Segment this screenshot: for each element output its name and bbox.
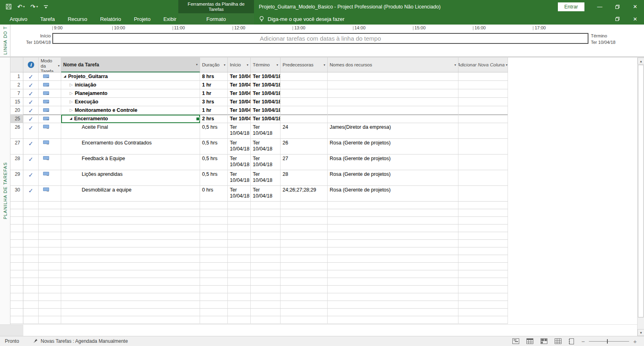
task-finish-cell[interactable]: Ter 10/04/18 [251, 89, 281, 98]
task-predecessors-cell[interactable] [281, 115, 328, 123]
expand-expander-icon[interactable]: ▷ [70, 108, 73, 112]
empty-cell[interactable] [228, 224, 251, 232]
empty-cell[interactable] [23, 202, 39, 209]
empty-cell[interactable] [23, 309, 39, 316]
timeline-band[interactable]: Adicionar tarefas com datas à linha do t… [52, 33, 588, 44]
task-resources-cell[interactable] [328, 89, 458, 98]
task-info-cell[interactable]: ✓ [23, 81, 39, 89]
empty-cell[interactable] [228, 263, 251, 270]
empty-cell[interactable] [39, 263, 61, 270]
task-duration-cell[interactable]: 0,5 hrs [200, 170, 228, 186]
task-predecessors-cell[interactable] [281, 106, 328, 115]
task-start-cell[interactable]: Ter 10/04/18 [228, 98, 251, 106]
empty-cell[interactable] [281, 286, 328, 293]
empty-cell[interactable] [458, 301, 508, 309]
empty-cell[interactable] [281, 309, 328, 316]
task-duration-cell[interactable]: 8 hrs [200, 72, 228, 81]
empty-cell[interactable] [200, 278, 228, 286]
row-number[interactable]: 29 [10, 170, 23, 186]
empty-cell[interactable] [200, 232, 228, 240]
task-duration-cell[interactable]: 2 hrs [200, 115, 228, 123]
empty-cell[interactable] [328, 232, 458, 240]
empty-cell[interactable] [23, 209, 39, 217]
empty-cell[interactable] [23, 270, 39, 278]
empty-row[interactable] [10, 217, 508, 224]
task-start-cell[interactable]: Ter 10/04/18 [228, 123, 251, 139]
finish-column-header[interactable]: Término ▾ [251, 58, 281, 72]
empty-cell[interactable] [200, 301, 228, 309]
horizontal-scrollbar[interactable] [0, 324, 637, 336]
empty-row[interactable] [10, 278, 508, 286]
empty-cell[interactable] [281, 278, 328, 286]
task-predecessors-cell[interactable] [281, 72, 328, 81]
empty-row[interactable] [10, 270, 508, 278]
empty-cell[interactable] [10, 247, 23, 255]
tab-relatorio[interactable]: Relatório [94, 13, 128, 25]
empty-cell[interactable] [39, 209, 61, 217]
task-mode-cell[interactable] [39, 72, 61, 81]
undo-dropdown-icon[interactable]: ▾ [23, 5, 25, 8]
minimize-button[interactable]: — [591, 0, 609, 13]
empty-cell[interactable] [39, 278, 61, 286]
task-duration-cell[interactable]: 0,5 hrs [200, 154, 228, 170]
empty-cell[interactable] [61, 316, 200, 324]
duration-filter-icon[interactable]: ▾ [223, 63, 225, 67]
empty-cell[interactable] [251, 286, 281, 293]
tab-projeto[interactable]: Projeto [128, 13, 157, 25]
empty-cell[interactable] [39, 270, 61, 278]
table-row[interactable]: 1 ✓ ◢Projeto_Guitarra 8 hrs Ter 10/04/18… [10, 72, 508, 81]
row-number[interactable]: 27 [10, 139, 23, 154]
task-duration-cell[interactable]: 0 hrs [200, 186, 228, 202]
empty-cell[interactable] [23, 240, 39, 247]
empty-cell[interactable] [228, 270, 251, 278]
task-info-cell[interactable]: ✓ [23, 186, 39, 202]
task-resources-cell[interactable]: Rosa (Gerente de projetos) [328, 154, 458, 170]
empty-cell[interactable] [10, 255, 23, 263]
task-start-cell[interactable]: Ter 10/04/18 [228, 72, 251, 81]
task-mode-cell[interactable] [39, 186, 61, 202]
empty-cell[interactable] [61, 202, 200, 209]
redo-dropdown-icon[interactable]: ▾ [36, 5, 38, 8]
empty-cell[interactable] [458, 232, 508, 240]
task-name-cell[interactable]: Aceite Final [61, 123, 200, 139]
task-info-cell[interactable]: ✓ [23, 154, 39, 170]
task-finish-cell[interactable]: Ter 10/04/18 [251, 186, 281, 202]
empty-cell[interactable] [200, 309, 228, 316]
empty-cell[interactable] [10, 270, 23, 278]
empty-cell[interactable] [328, 263, 458, 270]
table-row[interactable]: 15 ✓ ▷Execução 3 hrs Ter 10/04/18 Ter 10… [10, 98, 508, 106]
empty-cell[interactable] [228, 316, 251, 324]
empty-cell[interactable] [39, 286, 61, 293]
empty-cell[interactable] [281, 301, 328, 309]
empty-cell[interactable] [23, 286, 39, 293]
resources-filter-icon[interactable]: ▾ [453, 63, 456, 67]
save-icon[interactable] [6, 4, 12, 10]
task-start-cell[interactable]: Ter 10/04/18 [228, 139, 251, 154]
expand-expander-icon[interactable]: ▷ [70, 83, 73, 87]
empty-cell[interactable] [10, 293, 23, 301]
finish-filter-icon[interactable]: ▾ [275, 63, 278, 67]
vertical-scrollbar-thumb[interactable] [638, 65, 644, 317]
empty-cell[interactable] [10, 224, 23, 232]
empty-cell[interactable] [458, 202, 508, 209]
task-duration-cell[interactable]: 1 hr [200, 81, 228, 89]
empty-cell[interactable] [228, 286, 251, 293]
empty-cell[interactable] [10, 278, 23, 286]
resources-column-header[interactable]: Nomes dos recursos ▾ [328, 58, 458, 72]
task-newcolumn-cell[interactable] [458, 123, 508, 139]
zoom-in-icon[interactable]: + [633, 338, 637, 344]
empty-cell[interactable] [228, 217, 251, 224]
task-start-cell[interactable]: Ter 10/04/18 [228, 154, 251, 170]
task-resources-cell[interactable] [328, 106, 458, 115]
task-start-cell[interactable]: Ter 10/04/18 [228, 106, 251, 115]
add-column-filter-icon[interactable]: ▾ [505, 63, 508, 67]
empty-cell[interactable] [251, 240, 281, 247]
empty-cell[interactable] [10, 209, 23, 217]
empty-cell[interactable] [228, 293, 251, 301]
empty-row[interactable] [10, 209, 508, 217]
empty-row[interactable] [10, 316, 508, 324]
task-finish-cell[interactable]: Ter 10/04/18 [251, 106, 281, 115]
task-usage-view-icon[interactable] [526, 338, 533, 344]
empty-cell[interactable] [61, 278, 200, 286]
empty-cell[interactable] [328, 240, 458, 247]
